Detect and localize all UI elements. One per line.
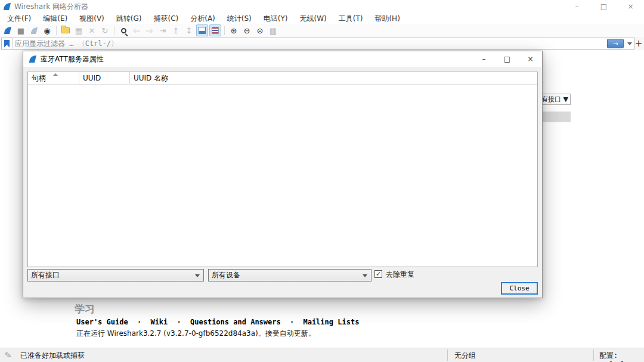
colorize-icon[interactable] <box>209 24 221 36</box>
magnifier-icon <box>121 28 126 33</box>
zoom-original-icon[interactable]: ⊜ <box>254 24 266 36</box>
menu-go[interactable]: 跳转(G) <box>110 13 148 24</box>
apply-filter-button[interactable]: → <box>607 39 624 48</box>
menu-tools[interactable]: 工具(T) <box>333 13 369 24</box>
link-separator: · <box>285 318 299 326</box>
filter-bar: → + <box>0 37 644 50</box>
dialog-maximize-icon[interactable]: □ <box>496 51 519 67</box>
column-header-label: UUID 名称 <box>134 74 168 82</box>
close-icon[interactable]: × <box>617 0 644 13</box>
zoom-in-icon[interactable]: ⊕ <box>228 24 240 36</box>
restart-capture-icon[interactable] <box>28 24 40 36</box>
dialog-close-icon[interactable]: × <box>519 51 542 67</box>
table-header-row: 句柄 UUID UUID 名称 <box>28 72 537 85</box>
menu-wireless[interactable]: 无线(W) <box>293 13 332 24</box>
device-filter-value: 所有设备 <box>212 270 240 280</box>
window-title: Wireshark 网络分析器 <box>14 0 88 13</box>
folder-icon <box>61 27 70 33</box>
resize-columns-icon[interactable]: ▥ <box>267 24 279 36</box>
status-packets-text: 无分组 <box>454 351 476 361</box>
save-file-icon[interactable]: ▦ <box>73 24 85 36</box>
start-capture-icon[interactable] <box>2 24 14 36</box>
menu-bar: 文件(F) 编辑(E) 视图(V) 跳转(G) 捕获(C) 分析(A) 统计(S… <box>0 13 644 24</box>
chevron-down-icon <box>195 274 200 277</box>
learn-links: User's Guide · Wiki · Questions and Answ… <box>76 318 359 326</box>
sort-ascending-icon <box>53 73 58 76</box>
minimize-icon[interactable]: – <box>564 0 590 13</box>
bluetooth-att-dialog: 蓝牙ATT服务器属性 – □ × 句柄 UUID UUID 名称 <box>23 51 543 298</box>
add-filter-button[interactable]: + <box>634 38 643 49</box>
display-filter-input[interactable] <box>13 38 607 49</box>
capture-options-icon[interactable]: ◉ <box>41 24 53 36</box>
toolbar-separator <box>114 26 114 35</box>
colorize-glyph-icon <box>212 27 219 34</box>
filter-dropdown-icon[interactable] <box>626 42 634 45</box>
status-separator <box>447 349 448 361</box>
menu-capture[interactable]: 捕获(C) <box>147 13 184 24</box>
link-users-guide[interactable]: User's Guide <box>76 318 128 326</box>
link-questions-answers[interactable]: Questions and Answers <box>190 318 281 326</box>
status-profile-text[interactable]: 配置: Default <box>599 351 644 362</box>
dialog-title: 蓝牙ATT服务器属性 <box>41 54 104 64</box>
shark-fin-icon <box>4 26 12 35</box>
link-mailing-lists[interactable]: Mailing Lists <box>303 318 359 326</box>
stop-capture-icon[interactable]: ■ <box>15 24 27 36</box>
go-to-bottom-icon[interactable]: ↧ <box>183 24 195 36</box>
main-titlebar: Wireshark 网络分析器 – □ × <box>0 0 644 13</box>
find-packet-icon[interactable] <box>117 24 129 36</box>
main-toolbar: ■ ◉ ▦ ✕ ↻ ⇦ ⇨ ⇥ ↥ ↧ ⊕ ⊖ ⊜ ▥ <box>0 24 644 37</box>
attributes-table: 句柄 UUID UUID 名称 <box>27 72 538 267</box>
remove-duplicates-checkbox[interactable]: ✓ <box>374 270 382 278</box>
interface-filter-value: 所有接口 <box>31 270 60 280</box>
status-ready-text: 已准备好加载或捕获 <box>20 351 85 361</box>
column-header-uuid[interactable]: UUID <box>79 72 130 84</box>
menu-file[interactable]: 文件(F) <box>1 13 37 24</box>
bookmark-icon[interactable] <box>4 40 10 48</box>
menu-telephony[interactable]: 电话(Y) <box>258 13 294 24</box>
chevron-down-icon <box>627 42 632 45</box>
menu-statistics[interactable]: 统计(S) <box>221 13 258 24</box>
dialog-minimize-icon[interactable]: – <box>472 51 496 67</box>
toolbar-separator <box>56 26 57 35</box>
reload-icon[interactable]: ↻ <box>99 24 111 36</box>
menu-help[interactable]: 帮助(H) <box>369 13 405 24</box>
column-header-handle[interactable]: 句柄 <box>28 72 79 84</box>
menu-analyze[interactable]: 分析(A) <box>184 13 221 24</box>
wireshark-main-window: Wireshark 网络分析器 – □ × 文件(F) 编辑(E) 视图(V) … <box>0 0 644 362</box>
column-header-uuid-name[interactable]: UUID 名称 <box>130 72 537 84</box>
go-back-icon[interactable]: ⇦ <box>131 24 143 36</box>
shark-fin-gray-icon <box>30 27 38 35</box>
maximize-icon[interactable]: □ <box>590 0 617 13</box>
column-header-label: UUID <box>83 74 101 82</box>
go-forward-icon[interactable]: ⇨ <box>144 24 156 36</box>
close-file-icon[interactable]: ✕ <box>86 24 98 36</box>
zoom-out-icon[interactable]: ⊖ <box>241 24 253 36</box>
version-update-text: 正在运行 Wireshark3.2.7 (v3.2.7-0-gfb6522d84… <box>76 329 315 339</box>
open-file-icon[interactable] <box>60 24 72 36</box>
interface-filter-select[interactable]: 所有接口 <box>27 269 204 281</box>
close-button[interactable]: Close <box>501 282 538 295</box>
go-to-top-icon[interactable]: ↥ <box>170 24 182 36</box>
dialog-titlebar: 蓝牙ATT服务器属性 – □ × <box>23 51 542 67</box>
toolbar-separator <box>224 26 225 35</box>
display-filter-box: → <box>1 38 634 49</box>
wireshark-logo-icon <box>3 2 11 11</box>
learn-heading: 学习 <box>75 302 95 316</box>
column-header-label: 句柄 <box>32 74 46 82</box>
link-separator: · <box>172 318 186 326</box>
link-separator: · <box>132 318 146 326</box>
menu-view[interactable]: 视图(V) <box>73 13 110 24</box>
wireshark-logo-icon <box>29 55 37 63</box>
status-separator <box>593 349 594 361</box>
go-to-packet-icon[interactable]: ⇥ <box>157 24 169 36</box>
status-bar: ✎ 已准备好加载或捕获 无分组 配置: Default <box>0 348 644 362</box>
device-filter-select[interactable]: 所有设备 <box>208 269 371 281</box>
auto-scroll-icon[interactable] <box>196 24 208 36</box>
expert-info-icon[interactable]: ✎ <box>4 351 12 360</box>
all-interfaces-button[interactable]: 有接口 ▼ <box>540 94 571 105</box>
menu-edit[interactable]: 编辑(E) <box>37 13 73 24</box>
all-interfaces-button-label: 有接口 ▼ <box>541 95 568 104</box>
link-wiki[interactable]: Wiki <box>150 318 168 326</box>
chevron-down-icon <box>363 274 367 277</box>
remove-duplicates-label: 去除重复 <box>386 270 414 280</box>
